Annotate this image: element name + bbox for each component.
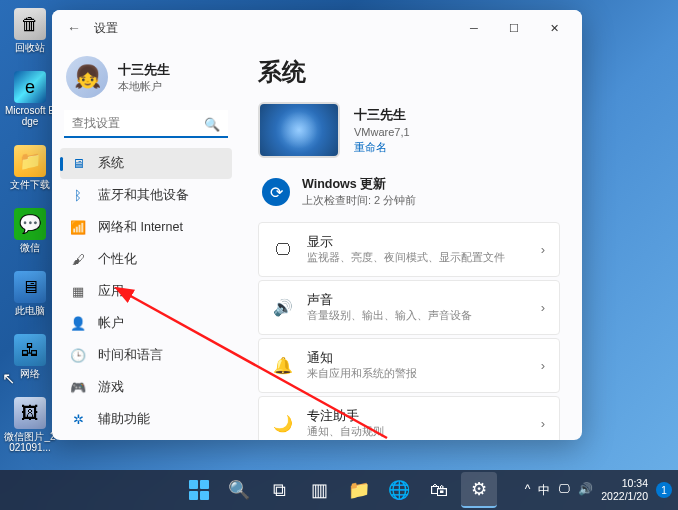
speaker-icon: 🔊 — [273, 298, 293, 318]
settings-button[interactable]: ⚙ — [461, 472, 497, 508]
tray-chevron-icon[interactable]: ^ — [525, 482, 531, 499]
nav-list: 🖥系统 ᛒ蓝牙和其他设备 📶网络和 Internet 🖌个性化 ▦应用 👤帐户 … — [60, 148, 232, 440]
clock[interactable]: 10:34 2022/1/20 — [601, 477, 648, 502]
accessibility-icon: ✲ — [70, 412, 86, 428]
desktop-icon-thispc[interactable]: 🖥 此电脑 — [4, 271, 56, 316]
minimize-button[interactable]: ─ — [454, 14, 494, 42]
nav-label: 蓝牙和其他设备 — [98, 187, 189, 204]
titlebar[interactable]: ← 设置 ─ ☐ ✕ — [52, 10, 582, 46]
profile-sub: 本地帐户 — [118, 79, 170, 94]
windows-icon — [189, 480, 209, 500]
card-sub: 来自应用和系统的警报 — [307, 367, 527, 381]
clock-time: 10:34 — [622, 477, 648, 490]
profile-block[interactable]: 👧 十三先生 本地帐户 — [60, 52, 232, 110]
desktop: 🗑 回收站 e Microsoft Edge 📁 文件下载 💬 微信 🖥 此电脑… — [0, 0, 60, 450]
taskview-button[interactable]: ⧉ — [261, 472, 297, 508]
card-notifications[interactable]: 🔔 通知来自应用和系统的警报 › — [258, 338, 560, 393]
card-title: 专注助手 — [307, 408, 527, 425]
network-tray-icon[interactable]: 🖵 — [558, 482, 570, 499]
nav-item-personalize[interactable]: 🖌个性化 — [60, 244, 232, 275]
chevron-right-icon: › — [541, 242, 545, 257]
page-title: 系统 — [258, 56, 560, 88]
desktop-label: 微信 — [20, 242, 40, 253]
card-sound[interactable]: 🔊 声音音量级别、输出、输入、声音设备 › — [258, 280, 560, 335]
desktop-icon-downloads[interactable]: 📁 文件下载 — [4, 145, 56, 190]
nav-item-accessibility[interactable]: ✲辅助功能 — [60, 404, 232, 435]
start-button[interactable] — [181, 472, 217, 508]
nav-item-accounts[interactable]: 👤帐户 — [60, 308, 232, 339]
card-focus[interactable]: 🌙 专注助手通知、自动规则 › — [258, 396, 560, 440]
device-name: 十三先生 — [354, 106, 410, 124]
taskbar: 🔍 ⧉ ▥ 📁 🌐 🛍 ⚙ ^ 中 🖵 🔊 10:34 2022/1/20 1 — [0, 470, 678, 510]
wifi-icon: 📶 — [70, 220, 86, 236]
window-title: 设置 — [94, 20, 454, 37]
desktop-label: 微信图片_2021091... — [4, 431, 56, 453]
desktop-icon-recycle[interactable]: 🗑 回收站 — [4, 8, 56, 53]
thispc-icon: 🖥 — [14, 271, 46, 303]
search-button[interactable]: 🔍 — [221, 472, 257, 508]
card-display[interactable]: 🖵 显示监视器、亮度、夜间模式、显示配置文件 › — [258, 222, 560, 277]
ime-indicator[interactable]: 中 — [538, 482, 550, 499]
desktop-icon-network[interactable]: 🖧 网络 — [4, 334, 56, 379]
moon-icon: 🌙 — [273, 414, 293, 434]
main-content: 系统 十三先生 VMware7,1 重命名 ⟳ Windows 更新 上次检查时… — [240, 46, 582, 440]
nav-item-apps[interactable]: ▦应用 — [60, 276, 232, 307]
desktop-icon-image[interactable]: 🖼 微信图片_2021091... — [4, 397, 56, 453]
desktop-icon-wechat[interactable]: 💬 微信 — [4, 208, 56, 253]
nav-label: 应用 — [98, 283, 124, 300]
nav-item-bluetooth[interactable]: ᛒ蓝牙和其他设备 — [60, 180, 232, 211]
desktop-label: 此电脑 — [15, 305, 45, 316]
bluetooth-icon: ᛒ — [70, 188, 86, 204]
clock-icon: 🕒 — [70, 348, 86, 364]
wechat-icon: 💬 — [14, 208, 46, 240]
nav-label: 时间和语言 — [98, 347, 163, 364]
settings-card-list: 🖵 显示监视器、亮度、夜间模式、显示配置文件 › 🔊 声音音量级别、输出、输入、… — [258, 222, 560, 440]
nav-label: 游戏 — [98, 379, 124, 396]
sidebar: 👧 十三先生 本地帐户 🔍 🖥系统 ᛒ蓝牙和其他设备 📶网络和 Internet… — [52, 46, 240, 440]
desktop-label: 回收站 — [15, 42, 45, 53]
rename-link[interactable]: 重命名 — [354, 140, 410, 155]
device-card: 十三先生 VMware7,1 重命名 — [258, 102, 560, 158]
back-button[interactable]: ← — [60, 14, 88, 42]
edge-button[interactable]: 🌐 — [381, 472, 417, 508]
person-icon: 👤 — [70, 316, 86, 332]
explorer-button[interactable]: 📁 — [341, 472, 377, 508]
widgets-button[interactable]: ▥ — [301, 472, 337, 508]
widgets-icon: ▥ — [311, 479, 328, 501]
recycle-bin-icon: 🗑 — [14, 8, 46, 40]
store-icon: 🛍 — [430, 480, 448, 501]
device-model: VMware7,1 — [354, 126, 410, 138]
card-title: 通知 — [307, 350, 527, 367]
taskview-icon: ⧉ — [273, 480, 286, 501]
update-status[interactable]: ⟳ Windows 更新 上次检查时间: 2 分钟前 — [258, 170, 560, 222]
folder-icon: 📁 — [348, 479, 370, 501]
nav-item-privacy[interactable]: 🛡隐私和安全性 — [60, 436, 232, 440]
gamepad-icon: 🎮 — [70, 380, 86, 396]
edge-icon: 🌐 — [388, 479, 410, 501]
nav-item-gaming[interactable]: 🎮游戏 — [60, 372, 232, 403]
store-button[interactable]: 🛍 — [421, 472, 457, 508]
card-sub: 音量级别、输出、输入、声音设备 — [307, 309, 527, 323]
image-icon: 🖼 — [14, 397, 46, 429]
notification-badge[interactable]: 1 — [656, 482, 672, 498]
nav-label: 辅助功能 — [98, 411, 150, 428]
nav-item-time[interactable]: 🕒时间和语言 — [60, 340, 232, 371]
desktop-label: 网络 — [20, 368, 40, 379]
search-icon: 🔍 — [204, 117, 220, 132]
chevron-right-icon: › — [541, 300, 545, 315]
volume-tray-icon[interactable]: 🔊 — [578, 482, 593, 499]
nav-label: 帐户 — [98, 315, 124, 332]
maximize-button[interactable]: ☐ — [494, 14, 534, 42]
close-button[interactable]: ✕ — [534, 14, 574, 42]
bell-icon: 🔔 — [273, 356, 293, 376]
desktop-icon-edge[interactable]: e Microsoft Edge — [4, 71, 56, 127]
profile-name: 十三先生 — [118, 61, 170, 79]
desktop-label: Microsoft Edge — [4, 105, 56, 127]
card-title: 声音 — [307, 292, 527, 309]
search-box: 🔍 — [64, 110, 228, 138]
device-wallpaper-preview — [258, 102, 340, 158]
nav-item-system[interactable]: 🖥系统 — [60, 148, 232, 179]
nav-item-network[interactable]: 📶网络和 Internet — [60, 212, 232, 243]
system-tray: ^ 中 🖵 🔊 10:34 2022/1/20 1 — [525, 477, 672, 502]
chevron-right-icon: › — [541, 358, 545, 373]
